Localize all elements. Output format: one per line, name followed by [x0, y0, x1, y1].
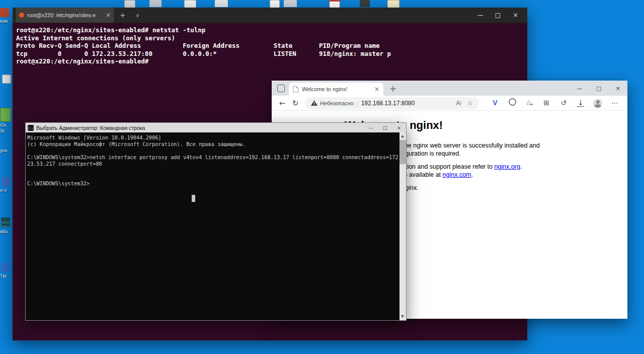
- url-text[interactable]: 192.168.13.17:8080: [361, 100, 415, 107]
- desktop-icon-fragment[interactable]: [215, 0, 228, 7]
- desktop-icon-fragment[interactable]: [124, 0, 135, 8]
- desktop-icon-fragment[interactable]: [2, 177, 10, 186]
- desktop-icon-fragment[interactable]: [184, 0, 196, 8]
- browser-tab-strip[interactable]: Welcome to nginx! × + — □ ×: [272, 81, 627, 96]
- close-button[interactable]: ×: [392, 123, 406, 132]
- extension-v-icon[interactable]: V: [487, 99, 504, 107]
- desktop-icon-fragment[interactable]: [387, 0, 399, 8]
- cmd-title: Выбрать Администратор: Командная строка: [36, 125, 145, 131]
- terminal-tab-title: root@x220: /etc/nginx/sites-e: [27, 12, 103, 18]
- extension-icon[interactable]: [504, 98, 521, 107]
- maximize-button[interactable]: □: [378, 123, 392, 132]
- desktop-icon-fragment[interactable]: [360, 0, 370, 7]
- back-button[interactable]: ←: [276, 99, 289, 108]
- new-tab-button[interactable]: +: [389, 84, 396, 94]
- terminal-tab[interactable]: root@x220: /etc/nginx/sites-e ×: [15, 8, 115, 23]
- profile-avatar[interactable]: [589, 98, 606, 107]
- cmd-window: C:\ Выбрать Администратор: Командная стр…: [25, 122, 407, 321]
- cmd-titlebar[interactable]: C:\ Выбрать Администратор: Командная стр…: [26, 123, 406, 132]
- desktop-icon-fragment[interactable]: [329, 0, 340, 8]
- desktop-icon-label: ком: [0, 19, 8, 24]
- desktop-icon-label: Са: [0, 122, 6, 128]
- desktop-icon-label: Tpr: [0, 273, 7, 279]
- history-button[interactable]: ↺: [555, 99, 572, 107]
- url-separator: |: [357, 100, 358, 106]
- collections-button[interactable]: ⊞: [538, 99, 555, 107]
- page-favicon-icon: [293, 86, 299, 93]
- new-tab-button[interactable]: +: [115, 8, 131, 23]
- security-warning-icon: [311, 100, 317, 106]
- cmd-icon: C:\: [28, 125, 34, 131]
- address-bar[interactable]: Небезопасно | 192.168.13.17:8080 A) ☆: [305, 97, 479, 109]
- settings-menu-button[interactable]: ⋯: [606, 99, 623, 107]
- minimize-button[interactable]: —: [364, 123, 378, 132]
- browser-tab[interactable]: Welcome to nginx! ×: [289, 83, 383, 96]
- scroll-down-icon[interactable]: [401, 315, 404, 318]
- desktop-icon-label: s-V: [0, 188, 7, 193]
- tab-close-icon[interactable]: ×: [106, 12, 111, 19]
- close-button[interactable]: ×: [507, 12, 524, 19]
- scrollbar[interactable]: [399, 132, 406, 320]
- browser-toolbar: ← ↻ Небезопасно | 192.168.13.17:8080 A) …: [272, 96, 627, 111]
- scroll-up-icon[interactable]: [401, 135, 404, 137]
- desktop-icon-label: St: [0, 128, 5, 134]
- text-cursor: [192, 195, 195, 202]
- favorites-button[interactable]: ☆≡: [521, 99, 538, 107]
- ubuntu-tab-icon: [19, 13, 24, 18]
- add-favorite-button[interactable]: ☆: [467, 100, 473, 107]
- minimize-button[interactable]: —: [570, 81, 589, 96]
- tab-close-icon[interactable]: ×: [374, 86, 379, 93]
- scrollbar-thumb[interactable]: [399, 140, 406, 164]
- tab-actions-menu-icon[interactable]: [277, 85, 285, 92]
- desktop-icon-fragment[interactable]: [284, 0, 297, 7]
- cmd-output[interactable]: Microsoft Windows [Version 10.0.19044.20…: [26, 132, 406, 187]
- site-info-button[interactable]: Небезопасно: [311, 100, 354, 106]
- nginx-org-link[interactable]: nginx.org: [494, 163, 520, 170]
- maximize-button[interactable]: □: [589, 81, 608, 96]
- refresh-button[interactable]: ↻: [289, 99, 302, 108]
- desktop-icon-label: кВа: [0, 229, 8, 235]
- read-aloud-button[interactable]: A): [456, 100, 462, 107]
- desktop-icon-fragment[interactable]: [0, 108, 11, 122]
- desktop-icon-fragment[interactable]: [270, 0, 280, 8]
- downloads-button[interactable]: ↓: [572, 99, 589, 107]
- desktop: ком Са St yno s-V кВа Tpr root@x220: /et…: [0, 0, 644, 354]
- maximize-button[interactable]: □: [489, 12, 507, 19]
- desktop-icon-fragment[interactable]: [1, 218, 10, 228]
- minimize-button[interactable]: —: [471, 12, 489, 19]
- security-label: Небезопасно: [320, 100, 354, 106]
- desktop-icon-fragment[interactable]: [2, 75, 11, 84]
- tab-list-dropdown-icon[interactable]: ∨: [131, 8, 144, 23]
- browser-tab-title: Welcome to nginx!: [302, 86, 371, 92]
- close-button[interactable]: ×: [608, 81, 627, 96]
- desktop-icon-fragment[interactable]: [149, 0, 162, 7]
- desktop-icon-fragment[interactable]: [1, 263, 9, 272]
- desktop-icon-fragment[interactable]: [0, 8, 9, 17]
- desktop-icon-label: yno: [0, 148, 8, 154]
- nginx-com-link[interactable]: nginx.com: [443, 171, 471, 178]
- terminal-tab-bar[interactable]: root@x220: /etc/nginx/sites-e × + ∨ — □ …: [13, 8, 527, 23]
- cmd-body[interactable]: Microsoft Windows [Version 10.0.19044.20…: [26, 132, 406, 320]
